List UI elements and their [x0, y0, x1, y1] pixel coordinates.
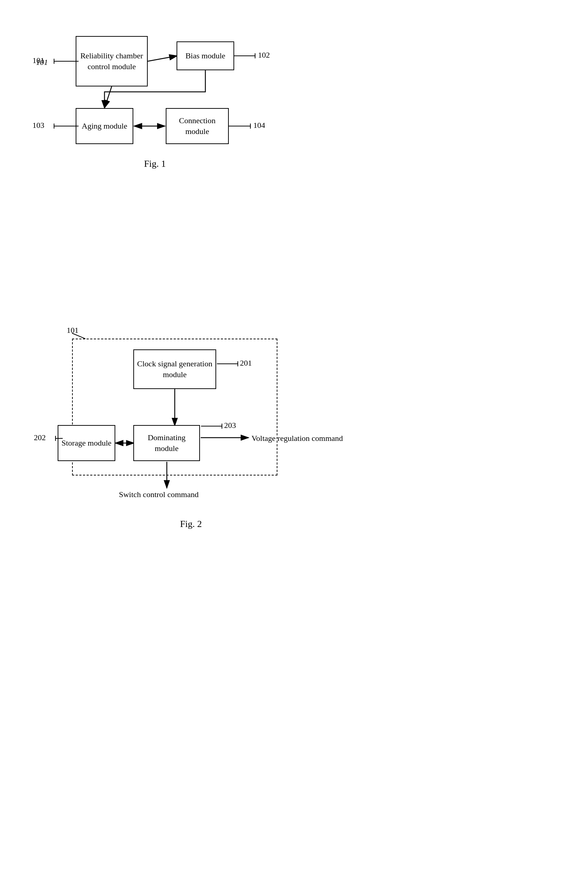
ref-202-fig2: 202 — [34, 433, 74, 444]
aging-label: Aging module — [82, 121, 128, 132]
svg-line-5 — [105, 87, 112, 108]
svg-text:101: 101 — [32, 56, 44, 65]
voltage-cmd-label: Voltage regulation command — [252, 434, 343, 443]
ref-103-fig1: 103 — [32, 121, 79, 132]
ref-102-fig1: 102 — [234, 50, 270, 61]
ref-203-fig2: 203 — [201, 421, 241, 432]
dominating-label: Dominating module — [137, 432, 196, 454]
fig1-caption: Fig. 1 — [29, 159, 281, 169]
ref-101-fig1: 101 — [32, 56, 79, 67]
box-clock: Clock signal generation module — [133, 349, 216, 389]
page: 101 Reliability chamber control module B… — [0, 0, 588, 880]
fig2-caption: Fig. 2 — [29, 519, 353, 529]
svg-text:201: 201 — [240, 358, 252, 367]
svg-line-4 — [148, 56, 177, 61]
reliability-label: Reliability chamber control module — [79, 50, 144, 72]
box-connection: Connection module — [166, 108, 229, 144]
ref-101-fig2: 101 — [67, 328, 103, 339]
box-dominating: Dominating module — [133, 425, 200, 461]
svg-text:203: 203 — [224, 421, 236, 430]
connection-label: Connection module — [170, 115, 225, 136]
box-aging: Aging module — [76, 108, 133, 144]
box-bias: Bias module — [177, 41, 234, 70]
svg-text:102: 102 — [258, 50, 270, 60]
fig1-arrows — [29, 22, 281, 166]
box-reliability: Reliability chamber control module — [76, 36, 148, 87]
ref-104-fig1: 104 — [229, 121, 265, 132]
svg-text:101: 101 — [67, 328, 78, 334]
figure-1: 101 Reliability chamber control module B… — [29, 22, 299, 173]
switch-cmd-label: Switch control command — [119, 490, 198, 499]
svg-text:103: 103 — [32, 121, 44, 130]
svg-text:104: 104 — [253, 121, 265, 130]
bias-label: Bias module — [186, 50, 225, 61]
clock-label: Clock signal generation module — [137, 358, 213, 380]
ref-201-fig2: 201 — [217, 358, 256, 369]
figure-2: 101 Clock signal generation module 201 D… — [29, 324, 353, 540]
svg-text:202: 202 — [34, 433, 46, 442]
